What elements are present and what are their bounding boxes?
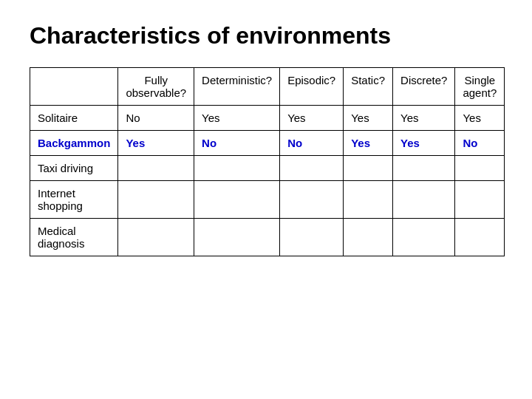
cell-2-0 [118, 156, 194, 181]
table-row: SolitaireNoYesYesYesYesYes [30, 106, 505, 131]
table-row: Taxi driving [30, 156, 505, 181]
cell-3-1 [194, 181, 280, 219]
cell-3-0 [118, 181, 194, 219]
cell-0-1: Yes [194, 106, 280, 131]
cell-0-0: No [118, 106, 194, 131]
table-header-row: Fully observable?Deterministic?Episodic?… [30, 68, 505, 106]
cell-1-5: No [455, 131, 505, 156]
row-header-3: Internet shopping [30, 181, 118, 219]
cell-1-2: No [280, 131, 344, 156]
page-title: Characteristics of environments [30, 22, 502, 50]
cell-2-3 [344, 156, 393, 181]
cell-3-3 [344, 181, 393, 219]
row-header-1: Backgammon [30, 131, 118, 156]
cell-4-2 [280, 219, 344, 256]
cell-2-4 [393, 156, 455, 181]
cell-4-5 [455, 219, 505, 256]
table-row: Internet shopping [30, 181, 505, 219]
cell-3-2 [280, 181, 344, 219]
characteristics-table: Fully observable?Deterministic?Episodic?… [30, 67, 505, 256]
cell-4-0 [118, 219, 194, 256]
cell-1-1: No [194, 131, 280, 156]
cell-4-1 [194, 219, 280, 256]
page: Characteristics of environments Fully ob… [0, 0, 532, 279]
cell-2-2 [280, 156, 344, 181]
cell-2-1 [194, 156, 280, 181]
cell-4-4 [393, 219, 455, 256]
cell-0-2: Yes [280, 106, 344, 131]
col-header-1: Fully observable? [118, 68, 194, 106]
cell-1-3: Yes [344, 131, 393, 156]
row-header-2: Taxi driving [30, 156, 118, 181]
col-header-3: Episodic? [280, 68, 344, 106]
cell-3-5 [455, 181, 505, 219]
cell-1-0: Yes [118, 131, 194, 156]
cell-0-4: Yes [393, 106, 455, 131]
col-header-2: Deterministic? [194, 68, 280, 106]
row-header-0: Solitaire [30, 106, 118, 131]
table-row: BackgammonYesNoNoYesYesNo [30, 131, 505, 156]
cell-4-3 [344, 219, 393, 256]
col-header-4: Static? [344, 68, 393, 106]
cell-0-3: Yes [344, 106, 393, 131]
col-header-0 [30, 68, 118, 106]
cell-2-5 [455, 156, 505, 181]
table-row: Medical diagnosis [30, 219, 505, 256]
cell-0-5: Yes [455, 106, 505, 131]
row-header-4: Medical diagnosis [30, 219, 118, 256]
cell-3-4 [393, 181, 455, 219]
col-header-5: Discrete? [393, 68, 455, 106]
cell-1-4: Yes [393, 131, 455, 156]
col-header-6: Single agent? [455, 68, 505, 106]
